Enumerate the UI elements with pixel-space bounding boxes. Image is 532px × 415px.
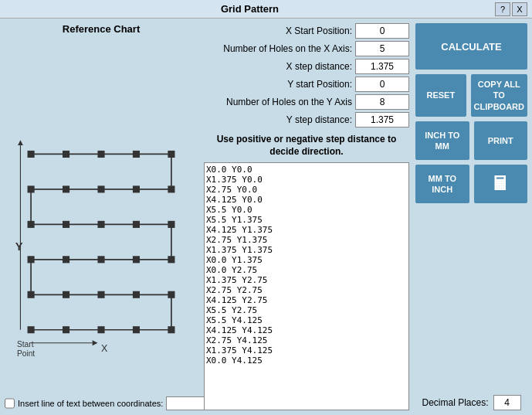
left-panel: Reference Chart [5, 23, 198, 410]
middle-panel: X Start Position: Number of Holes on the… [204, 23, 409, 410]
print-button[interactable]: PRINT [474, 121, 528, 160]
x-holes-label: Number of Holes on the X Axis: [223, 43, 352, 54]
y-step-row: Y step distance: [204, 112, 409, 128]
x-holes-row: Number of Holes on the X Axis: [204, 41, 409, 56]
svg-rect-16 [28, 291, 35, 298]
svg-rect-37 [63, 151, 69, 158]
svg-rect-21 [28, 256, 35, 263]
decimal-label: Decimal Places: [422, 397, 488, 408]
svg-text:X: X [101, 343, 108, 354]
main-content: Reference Chart [0, 19, 532, 415]
reset-button[interactable]: RESET [415, 74, 466, 117]
svg-text:Start: Start [17, 340, 34, 349]
copy-all-button[interactable]: COPY ALL TO CLIPBOARD [471, 74, 527, 117]
svg-rect-19 [133, 291, 140, 298]
direction-note: Use positive or negative step distance t… [204, 134, 409, 158]
svg-marker-46 [93, 340, 98, 345]
svg-rect-25 [168, 256, 175, 263]
svg-rect-11 [28, 326, 35, 333]
svg-rect-22 [63, 256, 69, 263]
chart-area: Y X Start Point [5, 38, 198, 393]
chart-svg: Y X Start Point [5, 38, 198, 393]
decimal-row: Decimal Places: [415, 395, 527, 410]
close-button[interactable]: X [512, 2, 527, 16]
insert-line-row: Insert line of text between coordinates: [5, 396, 198, 410]
insert-line-label: Insert line of text between coordinates: [18, 399, 163, 408]
svg-rect-28 [97, 221, 104, 228]
mm-to-inch-row: MM TO INCH 🖩 [415, 165, 527, 203]
help-button[interactable]: ? [495, 2, 510, 16]
y-start-row: Y start Position: [204, 77, 409, 92]
svg-rect-27 [63, 221, 69, 228]
svg-rect-20 [168, 291, 175, 298]
svg-rect-23 [97, 256, 104, 263]
window-title: Grid Pattern [5, 3, 495, 15]
y-start-label: Y start Position: [287, 79, 352, 90]
svg-rect-26 [28, 221, 35, 228]
inch-to-mm-button[interactable]: INCH TO MM [415, 121, 469, 160]
calculate-button[interactable]: CALCULATE [415, 23, 527, 70]
svg-rect-29 [133, 221, 140, 228]
ref-chart-title: Reference Chart [5, 23, 198, 35]
x-holes-input[interactable] [355, 41, 409, 56]
y-step-label: Y step distance: [286, 114, 352, 125]
y-holes-row: Number of Holes on the Y Axis [204, 94, 409, 110]
x-start-label: X Start Position: [286, 26, 352, 36]
svg-rect-33 [97, 185, 104, 192]
calculator-icon: 🖩 [491, 173, 510, 195]
reset-copy-row: RESET COPY ALL TO CLIPBOARD [415, 74, 527, 117]
svg-rect-34 [133, 185, 140, 192]
output-area: X0.0 Y0.0 X1.375 Y0.0 X2.75 Y0.0 X4.125 … [204, 162, 409, 410]
svg-rect-15 [168, 326, 175, 333]
title-buttons: ? X [495, 2, 527, 16]
x-start-row: X Start Position: [204, 23, 409, 39]
form-area: X Start Position: Number of Holes on the… [204, 23, 409, 128]
insert-checkbox[interactable] [5, 398, 15, 409]
right-panel: CALCULATE RESET COPY ALL TO CLIPBOARD IN… [415, 23, 527, 410]
svg-rect-40 [168, 151, 175, 158]
svg-rect-36 [28, 151, 35, 158]
svg-text:Point: Point [17, 349, 35, 358]
svg-rect-24 [133, 256, 140, 263]
y-start-input[interactable] [355, 77, 409, 92]
coordinates-textarea[interactable]: X0.0 Y0.0 X1.375 Y0.0 X2.75 Y0.0 X4.125 … [204, 162, 409, 410]
svg-rect-39 [133, 151, 140, 158]
x-step-label: X step distance: [286, 61, 352, 72]
y-holes-label: Number of Holes on the Y Axis [226, 97, 352, 107]
y-holes-input[interactable] [355, 94, 409, 110]
svg-rect-12 [63, 326, 69, 333]
svg-rect-31 [28, 185, 35, 192]
svg-rect-32 [63, 185, 69, 192]
svg-rect-13 [97, 326, 104, 333]
calculator-icon-area: 🖩 [474, 165, 528, 203]
title-bar: Grid Pattern ? X [0, 0, 532, 19]
x-step-row: X step distance: [204, 59, 409, 74]
decimal-input[interactable] [493, 395, 521, 410]
inch-print-row: INCH TO MM PRINT [415, 121, 527, 160]
svg-rect-18 [97, 291, 104, 298]
y-step-input[interactable] [355, 112, 409, 128]
x-start-input[interactable] [355, 23, 409, 39]
mm-to-inch-button[interactable]: MM TO INCH [415, 165, 469, 203]
svg-text:Y: Y [15, 240, 23, 253]
svg-rect-17 [63, 291, 69, 298]
svg-rect-14 [133, 326, 140, 333]
svg-rect-30 [168, 221, 175, 228]
svg-rect-35 [168, 185, 175, 192]
x-step-input[interactable] [355, 59, 409, 74]
svg-rect-38 [97, 151, 104, 158]
svg-marker-48 [18, 140, 23, 145]
